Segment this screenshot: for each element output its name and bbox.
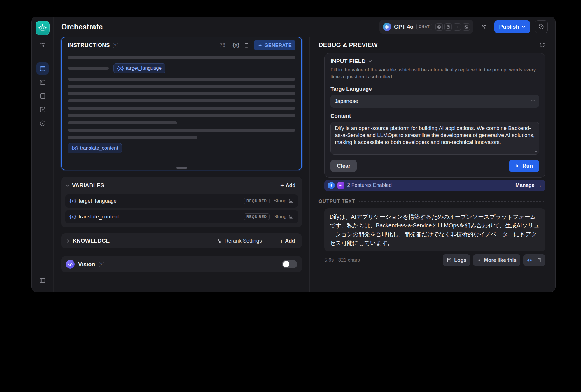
rerank-settings-button[interactable]: Rerank Settings xyxy=(216,238,262,244)
instructions-editor[interactable]: INSTRUCTIONS ? 78 {x} xyxy=(61,37,302,170)
app-logo[interactable] xyxy=(36,21,50,35)
top-bar: Orchestrate GPT-4o CHAT xyxy=(54,17,555,37)
knowledge-header[interactable]: KNOWLEDGE xyxy=(66,238,110,244)
content-label: Content xyxy=(330,113,539,119)
speaker-icon[interactable] xyxy=(524,255,534,265)
generate-button[interactable]: GENERATE xyxy=(254,40,296,50)
variable-row[interactable]: {x} target_language REQUIRED String xyxy=(65,194,298,208)
sidebar-item-logs[interactable] xyxy=(36,90,49,102)
sparkle-icon xyxy=(477,258,482,262)
edit-note-icon xyxy=(39,106,46,113)
features-bar[interactable]: 2 Features Enabled Manage → xyxy=(324,180,545,191)
help-icon[interactable]: ? xyxy=(99,262,104,267)
logs-button[interactable]: Logs xyxy=(443,254,470,266)
chevron-right-icon xyxy=(66,239,70,243)
compass-icon xyxy=(39,120,46,127)
input-field-header[interactable]: INPUT FIELD xyxy=(330,58,372,64)
output-message: Difyは、AIアプリケーションを構築するためのオープンソースプラットフォームで… xyxy=(324,208,545,252)
skeleton-line xyxy=(68,114,295,117)
sparkle-icon xyxy=(258,43,262,48)
skeleton-line xyxy=(68,56,295,59)
variable-token: {x} xyxy=(69,198,76,204)
skeleton-line xyxy=(68,107,295,110)
language-select[interactable]: Japanese xyxy=(330,95,539,108)
resize-corner-icon[interactable] xyxy=(535,149,537,152)
chevron-down-icon xyxy=(368,59,372,64)
add-variable-button[interactable]: + Add xyxy=(278,181,298,190)
variables-title: VARIABLES xyxy=(72,182,104,189)
copy-icon[interactable] xyxy=(244,42,249,48)
resize-handle[interactable] xyxy=(176,167,187,169)
variable-chip[interactable]: {x} translate_content xyxy=(68,143,122,153)
capability-document-icon xyxy=(444,23,452,31)
generate-label: GENERATE xyxy=(265,43,292,48)
model-name: GPT-4o xyxy=(394,24,414,30)
openai-logo-icon xyxy=(383,23,391,31)
manage-features-button[interactable]: Manage → xyxy=(515,182,542,188)
publish-button[interactable]: Publish xyxy=(494,20,530,33)
vision-section: Vision ? xyxy=(61,256,302,272)
plus-icon: + xyxy=(280,183,284,189)
variable-row[interactable]: {x} translate_content REQUIRED String xyxy=(65,210,298,223)
sidebar-item-terminal[interactable] xyxy=(36,76,49,88)
skeleton-line xyxy=(68,78,295,80)
restart-icon[interactable] xyxy=(539,42,545,48)
knowledge-title: KNOWLEDGE xyxy=(73,238,110,244)
capability-magic-icon xyxy=(435,23,443,31)
variable-token: {x} xyxy=(71,145,78,151)
language-value: Japanese xyxy=(335,98,358,104)
copy-output-icon[interactable] xyxy=(534,255,544,265)
capability-vision-icon xyxy=(463,23,470,31)
language-label: Targe Language xyxy=(330,86,539,92)
features-enabled-label: 2 Features Enabled xyxy=(347,182,392,188)
help-icon[interactable]: ? xyxy=(113,43,118,48)
sidebar xyxy=(32,17,54,292)
input-field-title: INPUT FIELD xyxy=(330,58,365,64)
skeleton-line xyxy=(68,129,295,132)
vision-title: Vision xyxy=(78,261,95,268)
chevron-down-icon xyxy=(531,99,535,103)
instructions-title: INSTRUCTIONS xyxy=(68,42,110,48)
model-selector[interactable]: GPT-4o CHAT xyxy=(379,20,473,34)
model-parameters-icon[interactable] xyxy=(478,21,490,33)
chevron-down-icon xyxy=(522,25,526,29)
more-like-this-button[interactable]: More like this xyxy=(473,254,520,266)
skeleton-line xyxy=(68,92,295,95)
sidebar-item-orchestrate[interactable] xyxy=(36,62,49,75)
skeleton-line xyxy=(68,99,295,102)
skeleton-line xyxy=(68,85,295,88)
plus-icon: + xyxy=(280,238,283,244)
variable-token: {x} xyxy=(117,65,124,71)
clear-button[interactable]: Clear xyxy=(330,160,357,172)
sidebar-item-annotation[interactable] xyxy=(36,104,49,116)
input-field-card: INPUT FIELD Fill in the value of the var… xyxy=(324,53,545,178)
skeleton-line xyxy=(68,136,197,139)
divider xyxy=(359,201,545,202)
arrow-right-icon: → xyxy=(537,182,542,188)
required-badge: REQUIRED xyxy=(244,198,270,204)
model-capabilities xyxy=(435,23,470,31)
insert-variable-icon[interactable]: {x} xyxy=(233,42,239,48)
feature-sparkle-icon xyxy=(328,182,335,189)
app-window: Orchestrate GPT-4o CHAT xyxy=(31,17,556,292)
sidebar-item-explore[interactable] xyxy=(36,117,49,130)
string-type-icon xyxy=(288,214,294,219)
variable-token: {x} xyxy=(69,214,76,220)
logs-icon xyxy=(39,92,46,99)
divider xyxy=(270,239,270,243)
output-stats: 5.6s · 321 chars xyxy=(324,257,360,263)
tune-icon xyxy=(216,238,222,244)
history-icon[interactable] xyxy=(535,20,548,33)
content-textarea[interactable]: Dify is an open-source platform for buil… xyxy=(330,122,539,155)
prompt-panel: INSTRUCTIONS ? 78 {x} xyxy=(54,37,309,292)
sidebar-tune-icon[interactable] xyxy=(37,39,48,50)
collapse-sidebar-icon[interactable] xyxy=(37,274,48,286)
terminal-icon xyxy=(39,79,46,86)
add-knowledge-button[interactable]: + Add xyxy=(277,236,297,246)
variable-chip[interactable]: {x} target_language xyxy=(113,63,166,73)
vision-toggle[interactable] xyxy=(282,260,297,268)
char-count: 78 xyxy=(220,42,225,48)
string-type-icon xyxy=(288,198,294,204)
run-button[interactable]: Run xyxy=(509,160,539,172)
variables-header[interactable]: VARIABLES xyxy=(65,182,104,189)
